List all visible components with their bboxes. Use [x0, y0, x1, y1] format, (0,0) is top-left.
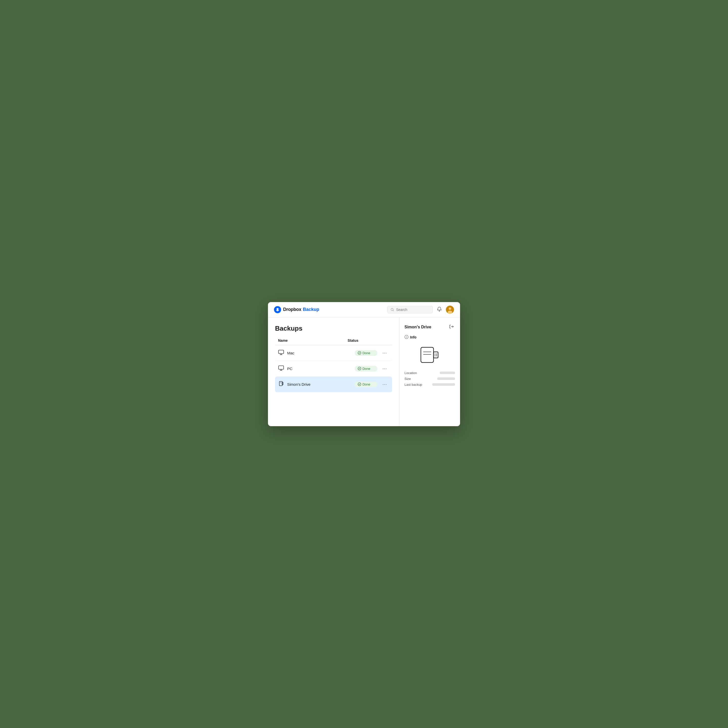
svg-rect-23	[433, 352, 438, 358]
export-icon	[449, 324, 454, 329]
drive-illustration-svg	[418, 345, 441, 365]
check-circle-icon-drive	[358, 382, 361, 386]
row-name-mac: Mac	[287, 351, 355, 355]
logo-text: Dropbox Backup	[283, 307, 319, 312]
drive-icon	[278, 381, 284, 388]
svg-rect-6	[278, 350, 284, 353]
check-circle-icon-pc	[358, 367, 361, 370]
svg-point-21	[406, 336, 407, 336]
row-name-pc: PC	[287, 367, 355, 371]
bell-button[interactable]	[436, 306, 443, 314]
search-bar[interactable]	[387, 306, 433, 314]
dropbox-logo-icon	[274, 306, 281, 313]
right-panel: Simon's Drive Info	[399, 318, 460, 426]
avatar[interactable]	[446, 306, 454, 314]
info-label: Info	[410, 335, 417, 339]
avatar-image	[446, 306, 454, 314]
detail-size-label: Size	[404, 377, 411, 381]
col-status-header: Status	[347, 338, 378, 343]
header-right	[387, 306, 454, 314]
search-icon	[390, 308, 394, 311]
more-button-pc[interactable]: ···	[381, 365, 389, 372]
table-row[interactable]: Mac Done ···	[275, 345, 392, 361]
detail-last-backup-value	[432, 383, 455, 386]
detail-size-value	[437, 378, 455, 380]
svg-rect-11	[278, 366, 284, 369]
status-badge-pc: Done	[355, 366, 378, 372]
logo-backup-label: Backup	[303, 307, 319, 312]
main-content: Backups Name Status Mac	[268, 318, 460, 426]
status-text-pc: Done	[362, 367, 370, 370]
more-button-simons-drive[interactable]: ···	[381, 381, 389, 388]
status-text-simons-drive: Done	[362, 382, 370, 386]
col-name-header: Name	[278, 338, 347, 343]
header: Dropbox Backup	[268, 302, 460, 318]
row-name-simons-drive: Simon's Drive	[287, 382, 355, 387]
drive-illustration	[404, 345, 455, 365]
detail-location-value	[440, 372, 455, 374]
search-input[interactable]	[396, 307, 430, 312]
detail-location-row: Location	[404, 371, 455, 375]
monitor-icon-pc	[278, 365, 284, 372]
app-window: Dropbox Backup	[268, 302, 460, 426]
export-button[interactable]	[448, 324, 455, 331]
logo-dropbox-label: Dropbox	[283, 307, 301, 312]
detail-last-backup-row: Last backup	[404, 383, 455, 387]
check-circle-icon	[358, 351, 361, 355]
svg-point-4	[449, 307, 451, 310]
info-icon	[404, 335, 408, 340]
more-button-mac[interactable]: ···	[381, 349, 389, 357]
drive-details: Location Size Last backup	[404, 371, 455, 387]
svg-line-2	[393, 310, 393, 311]
status-badge-simons-drive: Done	[355, 381, 378, 387]
page-title: Backups	[275, 324, 392, 332]
svg-rect-16	[282, 382, 283, 385]
panel-title: Simon's Drive	[404, 325, 431, 329]
detail-size-row: Size	[404, 377, 455, 381]
table-row-simons-drive[interactable]: Simon's Drive Done ···	[275, 377, 392, 392]
table-header: Name Status	[275, 338, 392, 345]
detail-location-label: Location	[404, 371, 417, 375]
svg-rect-22	[421, 347, 433, 362]
table-row[interactable]: PC Done ···	[275, 361, 392, 377]
svg-point-5	[448, 310, 452, 314]
svg-rect-15	[279, 381, 282, 386]
left-panel: Backups Name Status Mac	[268, 318, 399, 426]
detail-last-backup-label: Last backup	[404, 383, 422, 387]
panel-title-row: Simon's Drive	[404, 324, 455, 331]
info-section: Info	[404, 335, 455, 340]
status-text-mac: Done	[362, 351, 370, 355]
logo-area: Dropbox Backup	[274, 306, 319, 313]
bell-icon	[437, 307, 442, 312]
monitor-icon	[278, 349, 284, 356]
status-badge-mac: Done	[355, 350, 378, 356]
